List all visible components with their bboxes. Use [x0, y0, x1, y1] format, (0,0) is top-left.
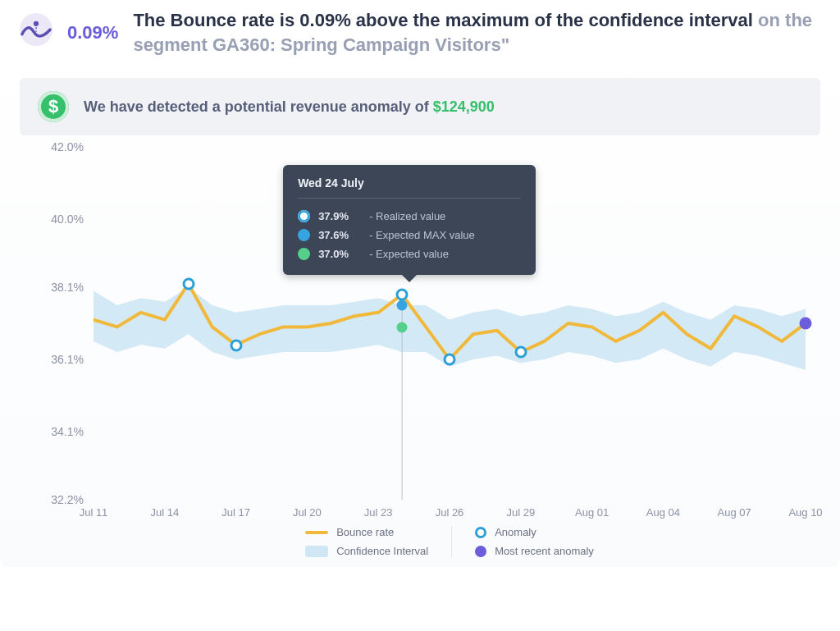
headline: The Bounce rate is 0.09% above the maxim…: [133, 8, 820, 57]
legend-ci-label: Confidence Interval: [336, 545, 428, 557]
alert-text: We have detected a potential revenue ano…: [84, 98, 495, 116]
recent-anomaly-marker[interactable]: [800, 318, 812, 330]
legend-recent: Most recent anomaly: [475, 545, 594, 557]
y-tick: 38.1%: [51, 281, 84, 294]
x-tick: Aug 10: [788, 506, 822, 519]
tooltip-value: 37.0%: [318, 248, 361, 260]
tooltip-label: - Expected value: [369, 248, 449, 260]
x-tick: Jul 11: [80, 506, 108, 519]
y-tick: 40.0%: [51, 213, 84, 226]
anomaly-marker[interactable]: [230, 339, 242, 351]
anomaly-marker[interactable]: [444, 354, 456, 366]
x-axis: Jul 11Jul 14Jul 17Jul 20Jul 23Jul 26Jul …: [94, 500, 806, 524]
bounce-icon: [20, 13, 52, 46]
legend-anomaly: Anomaly: [475, 526, 594, 538]
x-tick: Jul 17: [221, 506, 250, 519]
tooltip-value: 37.9%: [318, 210, 361, 222]
chart: 42.0%40.0%38.1%36.1%34.1%32.2% Wed 24 Ju…: [20, 147, 820, 557]
tooltip-label: - Expected MAX value: [369, 229, 475, 241]
tooltip-row: 37.0%- Expected value: [298, 245, 521, 263]
y-tick: 32.2%: [51, 493, 84, 506]
x-tick: Aug 07: [718, 506, 751, 519]
anomaly-card: 0.09% The Bounce rate is 0.09% above the…: [0, 0, 840, 567]
tooltip-dot-icon: [298, 248, 310, 260]
tooltip-row: 37.9%- Realized value: [298, 207, 521, 226]
x-tick: Aug 01: [575, 506, 609, 519]
tooltip-value: 37.6%: [318, 229, 361, 241]
legend-recent-label: Most recent anomaly: [495, 545, 594, 557]
expected-max-marker[interactable]: [397, 300, 408, 311]
tooltip-title: Wed 24 July: [298, 176, 521, 199]
y-tick: 34.1%: [51, 425, 84, 438]
legend-bounce: Bounce rate: [305, 526, 428, 538]
x-tick: Jul 29: [506, 506, 535, 519]
legend-anomaly-label: Anomaly: [495, 526, 536, 538]
tooltip-label: - Realized value: [369, 210, 445, 222]
tooltip-dot-icon: [298, 229, 310, 241]
x-tick: Jul 23: [364, 506, 393, 519]
y-axis: 42.0%40.0%38.1%36.1%34.1%32.2%: [20, 147, 94, 500]
anomaly-marker[interactable]: [514, 346, 527, 359]
legend: Bounce rate Confidence Interval Anomaly …: [94, 526, 806, 557]
x-tick: Aug 04: [646, 506, 680, 519]
legend-bounce-label: Bounce rate: [336, 526, 394, 538]
x-tick: Jul 14: [150, 506, 179, 519]
header: 0.09% The Bounce rate is 0.09% above the…: [20, 8, 820, 57]
revenue-alert: $ We have detected a potential revenue a…: [20, 78, 820, 135]
tooltip: Wed 24 July37.9%- Realized value37.6%- E…: [283, 165, 536, 275]
x-tick: Jul 20: [293, 506, 322, 519]
headline-strong: The Bounce rate is 0.09% above the maxim…: [133, 10, 753, 30]
alert-prefix: We have detected a potential revenue ano…: [84, 98, 433, 115]
x-tick: Jul 26: [436, 506, 464, 519]
anomaly-marker[interactable]: [182, 278, 194, 290]
tooltip-row: 37.6%- Expected MAX value: [298, 226, 521, 245]
change-percent: 0.09%: [67, 22, 118, 43]
alert-amount: $124,900: [433, 98, 495, 115]
tooltip-dot-icon: [298, 210, 310, 222]
dollar-icon: $: [38, 91, 69, 122]
plot-area[interactable]: Wed 24 July37.9%- Realized value37.6%- E…: [94, 147, 806, 500]
y-tick: 36.1%: [51, 353, 84, 366]
anomaly-marker[interactable]: [396, 289, 409, 301]
y-tick: 42.0%: [51, 140, 84, 153]
legend-ci: Confidence Interval: [305, 545, 428, 557]
expected-marker[interactable]: [397, 322, 408, 332]
